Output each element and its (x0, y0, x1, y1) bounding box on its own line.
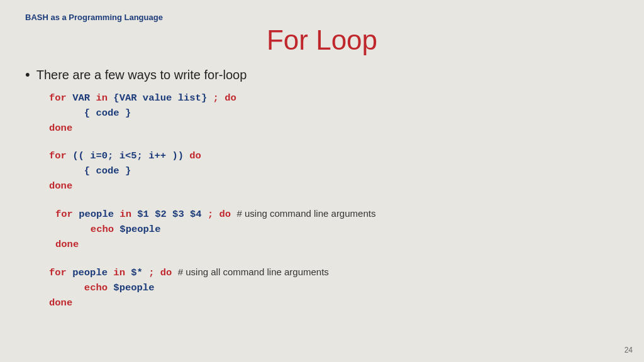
variable: $1 $2 $3 $4 (137, 209, 201, 220)
code-line: for people in $1 $2 $3 $4 ; do # using c… (55, 206, 619, 222)
code-text (49, 107, 79, 119)
code-block-1: for VAR in {VAR value list} ; do { code … (49, 90, 619, 136)
keyword: echo (91, 224, 114, 235)
keyword: in (96, 92, 108, 104)
variable: people (79, 209, 114, 220)
code-text (49, 282, 79, 293)
code-spacer (25, 258, 619, 265)
code-line: for people in $* ; do # using all comman… (49, 265, 619, 280)
code-text (55, 224, 85, 235)
keyword: done (49, 123, 72, 134)
punctuation: ; (148, 267, 154, 278)
keyword: for (49, 267, 67, 278)
code-line: for (( i=0; i<5; i++ )) do (49, 148, 619, 163)
variable: $people (113, 282, 154, 293)
slide-title: For Loop (25, 25, 619, 56)
code-spacer (25, 142, 619, 148)
code-block-3: for people in $1 $2 $3 $4 ; do # using c… (55, 206, 619, 252)
bullet-section: • There are a few ways to write for-loop (25, 66, 619, 84)
code-line: done (49, 178, 619, 194)
variable: (( (72, 150, 84, 162)
punctuation: ; (213, 92, 219, 104)
keyword: echo (84, 282, 108, 293)
variable: i=0; i<5; i++ (90, 150, 166, 162)
bullet-dot: • (25, 66, 30, 84)
code-line: done (49, 121, 619, 136)
variable: $* (131, 267, 143, 278)
variable: people (72, 267, 108, 278)
variable: {VAR value list} (113, 92, 207, 104)
code-line: done (55, 237, 619, 252)
keyword: do (225, 92, 236, 104)
code-line: { code } (49, 106, 619, 121)
code-text (49, 165, 79, 177)
keyword: done (55, 239, 79, 250)
keyword: do (189, 150, 201, 162)
comment: # using command line arguments (236, 208, 375, 219)
keyword: do (219, 209, 231, 220)
variable: )) (172, 150, 184, 162)
code-line: echo $people (55, 222, 619, 237)
code-line: done (49, 295, 619, 310)
code-line: echo $people (49, 280, 619, 295)
bullet-item: • There are a few ways to write for-loop (25, 66, 619, 84)
code-block-4: for people in $* ; do # using all comman… (49, 265, 619, 310)
page-number: 24 (625, 346, 633, 354)
punctuation: ; (208, 209, 213, 220)
code-line: for VAR in {VAR value list} ; do (49, 90, 619, 106)
keyword: done (49, 297, 72, 309)
comment: # using all command line arguments (178, 266, 329, 277)
bullet-text: There are a few ways to write for-loop (36, 66, 247, 84)
variable: { code } (84, 165, 131, 177)
variable: $people (119, 224, 160, 235)
keyword: in (119, 209, 131, 220)
code-block-2: for (( i=0; i<5; i++ )) do { code } done (49, 148, 619, 194)
header-label: BASH as a Programming Language (25, 13, 619, 22)
keyword: in (113, 267, 125, 278)
keyword: do (160, 267, 172, 278)
slide: BASH as a Programming Language For Loop … (0, 0, 644, 362)
variable: { code } (84, 107, 131, 119)
code-spacer (25, 200, 619, 206)
keyword: for (49, 150, 67, 162)
code-line: { code } (49, 163, 619, 178)
keyword: for (55, 209, 73, 220)
keyword: for (49, 92, 67, 104)
keyword: done (49, 180, 72, 192)
variable: VAR (72, 92, 90, 104)
